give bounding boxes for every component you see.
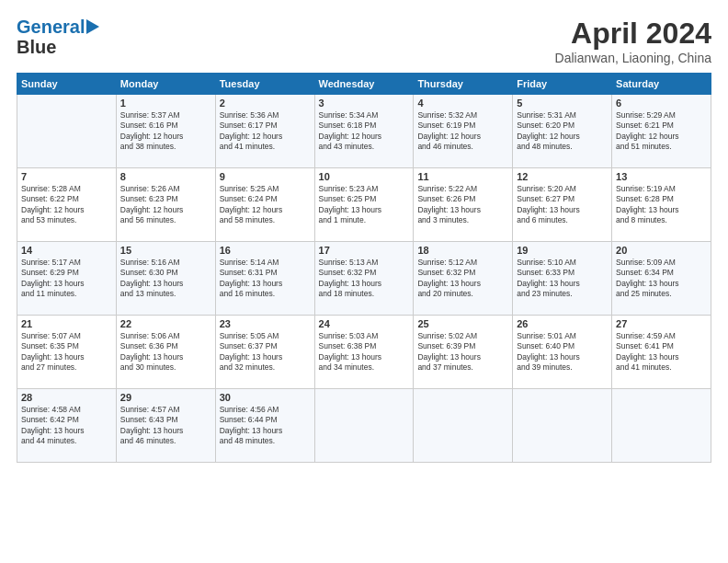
header: General Blue April 2024 Dalianwan, Liaon…	[17, 17, 711, 65]
calendar-row-1: 1Sunrise: 5:37 AM Sunset: 6:16 PM Daylig…	[17, 95, 711, 168]
calendar-row-4: 21Sunrise: 5:07 AM Sunset: 6:35 PM Dayli…	[17, 316, 711, 389]
calendar-cell: 22Sunrise: 5:06 AM Sunset: 6:36 PM Dayli…	[116, 316, 215, 389]
calendar-cell: 21Sunrise: 5:07 AM Sunset: 6:35 PM Dayli…	[17, 316, 117, 389]
day-info: Sunrise: 5:37 AM Sunset: 6:16 PM Dayligh…	[120, 110, 211, 153]
day-number: 19	[517, 245, 608, 256]
calendar-cell	[314, 389, 414, 463]
calendar-cell: 3Sunrise: 5:34 AM Sunset: 6:18 PM Daylig…	[314, 95, 414, 168]
col-wednesday: Wednesday	[314, 74, 414, 95]
col-saturday: Saturday	[612, 74, 711, 95]
calendar-row-2: 7Sunrise: 5:28 AM Sunset: 6:22 PM Daylig…	[17, 168, 711, 242]
calendar-cell: 7Sunrise: 5:28 AM Sunset: 6:22 PM Daylig…	[17, 168, 117, 242]
calendar-table: Sunday Monday Tuesday Wednesday Thursday…	[17, 73, 711, 463]
calendar-cell: 23Sunrise: 5:05 AM Sunset: 6:37 PM Dayli…	[215, 316, 314, 389]
day-info: Sunrise: 5:05 AM Sunset: 6:37 PM Dayligh…	[220, 331, 311, 373]
day-number: 16	[220, 245, 311, 256]
day-info: Sunrise: 5:02 AM Sunset: 6:39 PM Dayligh…	[417, 331, 508, 373]
day-number: 18	[417, 245, 508, 256]
day-info: Sunrise: 4:58 AM Sunset: 6:42 PM Dayligh…	[21, 405, 112, 447]
calendar-body: 1Sunrise: 5:37 AM Sunset: 6:16 PM Daylig…	[17, 95, 711, 463]
day-info: Sunrise: 5:34 AM Sunset: 6:18 PM Dayligh…	[319, 110, 410, 153]
day-info: Sunrise: 5:12 AM Sunset: 6:32 PM Dayligh…	[417, 258, 508, 300]
col-thursday: Thursday	[414, 74, 513, 95]
day-number: 23	[220, 318, 311, 329]
calendar-cell: 18Sunrise: 5:12 AM Sunset: 6:32 PM Dayli…	[414, 242, 513, 316]
calendar-cell: 16Sunrise: 5:14 AM Sunset: 6:31 PM Dayli…	[215, 242, 314, 316]
day-info: Sunrise: 5:01 AM Sunset: 6:40 PM Dayligh…	[517, 331, 608, 373]
location: Dalianwan, Liaoning, China	[555, 51, 711, 65]
col-friday: Friday	[513, 74, 612, 95]
day-number: 17	[319, 245, 410, 256]
calendar-cell	[612, 389, 711, 463]
day-info: Sunrise: 5:31 AM Sunset: 6:20 PM Dayligh…	[517, 110, 608, 153]
calendar-cell: 20Sunrise: 5:09 AM Sunset: 6:34 PM Dayli…	[612, 242, 711, 316]
calendar-cell: 30Sunrise: 4:56 AM Sunset: 6:44 PM Dayli…	[215, 389, 314, 463]
day-number: 22	[120, 318, 211, 329]
calendar-cell: 1Sunrise: 5:37 AM Sunset: 6:16 PM Daylig…	[116, 95, 215, 168]
day-info: Sunrise: 5:22 AM Sunset: 6:26 PM Dayligh…	[417, 184, 508, 226]
calendar-cell: 17Sunrise: 5:13 AM Sunset: 6:32 PM Dayli…	[314, 242, 414, 316]
calendar-cell	[513, 389, 612, 463]
header-row: Sunday Monday Tuesday Wednesday Thursday…	[17, 74, 711, 95]
logo-blue: Blue	[17, 37, 56, 57]
day-info: Sunrise: 5:25 AM Sunset: 6:24 PM Dayligh…	[220, 184, 311, 226]
col-tuesday: Tuesday	[215, 74, 314, 95]
day-number: 27	[616, 318, 707, 329]
logo-general: General	[17, 17, 85, 37]
calendar-cell: 25Sunrise: 5:02 AM Sunset: 6:39 PM Dayli…	[414, 316, 513, 389]
calendar-cell	[414, 389, 513, 463]
day-info: Sunrise: 5:10 AM Sunset: 6:33 PM Dayligh…	[517, 258, 608, 300]
calendar-cell	[17, 95, 117, 168]
day-info: Sunrise: 4:57 AM Sunset: 6:43 PM Dayligh…	[120, 405, 211, 447]
calendar-cell: 28Sunrise: 4:58 AM Sunset: 6:42 PM Dayli…	[17, 389, 117, 463]
day-number: 6	[616, 98, 707, 109]
day-info: Sunrise: 5:19 AM Sunset: 6:28 PM Dayligh…	[616, 184, 707, 226]
day-number: 2	[220, 98, 311, 109]
calendar-row-3: 14Sunrise: 5:17 AM Sunset: 6:29 PM Dayli…	[17, 242, 711, 316]
title-block: April 2024 Dalianwan, Liaoning, China	[555, 17, 711, 65]
day-number: 30	[220, 392, 311, 403]
day-number: 5	[517, 98, 608, 109]
col-monday: Monday	[116, 74, 215, 95]
day-number: 1	[120, 98, 211, 109]
calendar-cell: 6Sunrise: 5:29 AM Sunset: 6:21 PM Daylig…	[612, 95, 711, 168]
calendar-cell: 24Sunrise: 5:03 AM Sunset: 6:38 PM Dayli…	[314, 316, 414, 389]
calendar-cell: 8Sunrise: 5:26 AM Sunset: 6:23 PM Daylig…	[116, 168, 215, 242]
calendar-cell: 29Sunrise: 4:57 AM Sunset: 6:43 PM Dayli…	[116, 389, 215, 463]
calendar-cell: 10Sunrise: 5:23 AM Sunset: 6:25 PM Dayli…	[314, 168, 414, 242]
day-number: 13	[616, 171, 707, 182]
day-info: Sunrise: 4:56 AM Sunset: 6:44 PM Dayligh…	[220, 405, 311, 447]
day-number: 26	[517, 318, 608, 329]
day-number: 24	[319, 318, 410, 329]
day-number: 14	[21, 245, 112, 256]
day-number: 25	[417, 318, 508, 329]
day-info: Sunrise: 5:23 AM Sunset: 6:25 PM Dayligh…	[319, 184, 410, 226]
day-info: Sunrise: 5:13 AM Sunset: 6:32 PM Dayligh…	[319, 258, 410, 300]
day-info: Sunrise: 5:14 AM Sunset: 6:31 PM Dayligh…	[220, 258, 311, 300]
day-info: Sunrise: 4:59 AM Sunset: 6:41 PM Dayligh…	[616, 331, 707, 373]
calendar-cell: 14Sunrise: 5:17 AM Sunset: 6:29 PM Dayli…	[17, 242, 117, 316]
calendar-cell: 4Sunrise: 5:32 AM Sunset: 6:19 PM Daylig…	[414, 95, 513, 168]
day-number: 15	[120, 245, 211, 256]
calendar-cell: 27Sunrise: 4:59 AM Sunset: 6:41 PM Dayli…	[612, 316, 711, 389]
day-info: Sunrise: 5:36 AM Sunset: 6:17 PM Dayligh…	[220, 110, 311, 153]
day-number: 10	[319, 171, 410, 182]
calendar-row-5: 28Sunrise: 4:58 AM Sunset: 6:42 PM Dayli…	[17, 389, 711, 463]
day-info: Sunrise: 5:16 AM Sunset: 6:30 PM Dayligh…	[120, 258, 211, 300]
logo: General Blue	[17, 17, 99, 57]
day-info: Sunrise: 5:29 AM Sunset: 6:21 PM Dayligh…	[616, 110, 707, 153]
day-number: 8	[120, 171, 211, 182]
day-info: Sunrise: 5:09 AM Sunset: 6:34 PM Dayligh…	[616, 258, 707, 300]
calendar-cell: 26Sunrise: 5:01 AM Sunset: 6:40 PM Dayli…	[513, 316, 612, 389]
day-number: 7	[21, 171, 112, 182]
day-number: 3	[319, 98, 410, 109]
day-number: 20	[616, 245, 707, 256]
day-info: Sunrise: 5:06 AM Sunset: 6:36 PM Dayligh…	[120, 331, 211, 373]
calendar-cell: 5Sunrise: 5:31 AM Sunset: 6:20 PM Daylig…	[513, 95, 612, 168]
day-info: Sunrise: 5:17 AM Sunset: 6:29 PM Dayligh…	[21, 258, 112, 300]
day-info: Sunrise: 5:26 AM Sunset: 6:23 PM Dayligh…	[120, 184, 211, 226]
day-number: 4	[417, 98, 508, 109]
day-number: 12	[517, 171, 608, 182]
calendar-cell: 12Sunrise: 5:20 AM Sunset: 6:27 PM Dayli…	[513, 168, 612, 242]
month-title: April 2024	[555, 17, 711, 51]
